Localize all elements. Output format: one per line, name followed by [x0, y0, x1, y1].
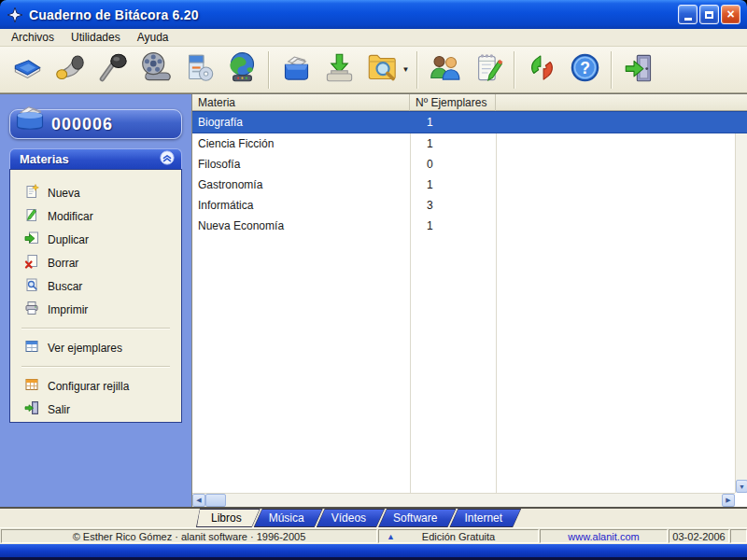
new-page-icon	[24, 184, 39, 202]
menu-utilidades[interactable]: Utilidades	[63, 31, 129, 44]
app-icon	[7, 7, 23, 23]
horizontal-scroll-thumb[interactable]	[205, 494, 226, 507]
search-folder-icon	[366, 51, 399, 88]
table-row-informatica[interactable]: Informática3	[192, 195, 747, 216]
action-label: Configurar rejilla	[48, 380, 129, 393]
panel-title: Materias	[20, 152, 160, 166]
action-label: Borrar	[48, 257, 78, 270]
tab-videos[interactable]: Vídeos	[317, 509, 385, 527]
resize-grip[interactable]	[730, 529, 747, 543]
configure-grid-icon	[24, 377, 39, 395]
card-file-icon	[13, 102, 47, 135]
users-button[interactable]	[423, 49, 466, 91]
table-body: Biografía1Ciencia Ficción1Filosofía0Gast…	[192, 111, 747, 236]
column-header-materia[interactable]: Materia	[192, 94, 410, 111]
materias-table: Materia Nº Ejemplares Biografía1Ciencia …	[191, 94, 747, 507]
speaker-button[interactable]	[49, 49, 92, 91]
table-row-filosofia[interactable]: Filosofía0	[192, 154, 747, 175]
application-window: Cuaderno de Bitácora 6.20 × ArchivosUtil…	[0, 0, 747, 560]
minimize-icon	[684, 18, 692, 21]
menu-archivos[interactable]: Archivos	[3, 31, 63, 44]
action-label: Imprimir	[48, 303, 88, 316]
tab-label: Vídeos	[317, 510, 384, 526]
action-label: Nueva	[48, 187, 80, 200]
globe-button[interactable]	[220, 49, 263, 91]
exit-door-button[interactable]	[617, 49, 660, 91]
action-ver-ejemplares[interactable]: Ver ejemplares	[10, 336, 181, 359]
column-header-ejemplares[interactable]: Nº Ejemplares	[410, 94, 496, 111]
action-nueva[interactable]: Nueva	[10, 181, 181, 204]
close-button[interactable]: ×	[721, 5, 740, 24]
action-borrar[interactable]: Borrar	[10, 251, 181, 274]
action-salir[interactable]: Salir	[10, 398, 181, 421]
action-modificar[interactable]: Modificar	[10, 204, 181, 228]
delete-icon	[24, 254, 39, 272]
film-reel-button[interactable]	[134, 49, 177, 91]
status-edition: ▲ Edición Gratuita	[378, 529, 539, 543]
help-button[interactable]: ?	[563, 49, 606, 91]
software-box-button[interactable]	[177, 49, 220, 91]
help-icon: ?	[569, 51, 601, 88]
notepad-icon	[472, 51, 504, 88]
toolbar-separator	[268, 51, 270, 89]
import-button[interactable]	[317, 49, 360, 91]
materias-panel-header: Materias	[9, 148, 182, 169]
search-folder-dropdown[interactable]: ▼	[400, 49, 412, 91]
tab-internet[interactable]: Internet	[449, 509, 521, 527]
action-label: Ver ejemplares	[48, 342, 122, 355]
window-bottom-border	[0, 544, 747, 557]
record-counter-box: 000006	[9, 109, 182, 139]
cell-ejemplares: 3	[410, 199, 496, 212]
action-label: Modificar	[48, 210, 93, 223]
website-link[interactable]: www.alanit.com	[568, 531, 639, 542]
table-row-nueva-economia[interactable]: Nueva Economía1	[192, 216, 747, 236]
chevron-up-circle-icon[interactable]	[160, 150, 175, 169]
exit-door-icon	[623, 51, 655, 88]
action-imprimir[interactable]: Imprimir	[10, 298, 181, 321]
menu-ayuda[interactable]: Ayuda	[129, 31, 177, 44]
tab-software[interactable]: Software	[378, 509, 456, 527]
cell-ejemplares: 1	[410, 219, 496, 232]
maximize-button[interactable]	[699, 5, 719, 24]
toolbar-separator	[611, 51, 613, 89]
action-duplicar[interactable]: Duplicar	[10, 228, 181, 251]
menu-bar: ArchivosUtilidadesAyuda	[0, 29, 747, 47]
users-icon	[429, 51, 461, 88]
materias-actions-panel: NuevaModificarDuplicarBorrarBuscarImprim…	[9, 169, 182, 423]
maximize-icon	[705, 11, 713, 19]
notepad-button[interactable]	[466, 49, 509, 91]
tab-label: Música	[255, 510, 322, 526]
category-tabs: LibrosMúsicaVídeosSoftwareInternet	[0, 509, 747, 527]
scroll-down-button[interactable]: ▼	[736, 480, 747, 493]
cell-materia: Filosofía	[192, 158, 410, 171]
card-box-icon	[280, 51, 313, 88]
content-area: 000006 Materias NuevaModificarDuplicarBo…	[0, 93, 747, 509]
tab-musica[interactable]: Música	[254, 509, 323, 527]
scroll-right-button[interactable]: ▶	[722, 494, 735, 507]
panel-separator	[21, 328, 170, 329]
column-header-empty	[496, 94, 747, 111]
table-row-gastronomia[interactable]: Gastronomía1	[192, 175, 747, 195]
microphone-button[interactable]	[92, 49, 134, 91]
title-bar: Cuaderno de Bitácora 6.20 ×	[0, 0, 747, 29]
card-box-button[interactable]	[275, 49, 317, 91]
duplicate-icon	[24, 231, 39, 248]
minimize-button[interactable]	[678, 5, 698, 24]
action-buscar[interactable]: Buscar	[10, 274, 181, 298]
table-row-ciencia-ficcion[interactable]: Ciencia Ficción1	[192, 133, 747, 154]
search-folder-button[interactable]	[360, 49, 403, 91]
up-arrow-icon[interactable]: ▲	[387, 533, 395, 541]
refresh-button[interactable]	[520, 49, 563, 91]
action-configurar-rejilla[interactable]: Configurar rejilla	[10, 374, 181, 398]
table-row-biografia[interactable]: Biografía1	[192, 111, 747, 133]
scroll-left-button[interactable]: ◀	[192, 494, 205, 507]
film-reel-icon	[140, 51, 173, 88]
horizontal-scrollbar[interactable]: ◀ ▶	[192, 493, 735, 507]
exit-icon	[24, 400, 39, 418]
window-title: Cuaderno de Bitácora 6.20	[29, 7, 676, 22]
tab-libros[interactable]: Libros	[196, 509, 261, 527]
book-button[interactable]	[6, 49, 49, 91]
tab-label: Software	[379, 510, 455, 526]
cell-ejemplares: 0	[410, 158, 496, 171]
status-date: 03-02-2006	[669, 529, 729, 543]
